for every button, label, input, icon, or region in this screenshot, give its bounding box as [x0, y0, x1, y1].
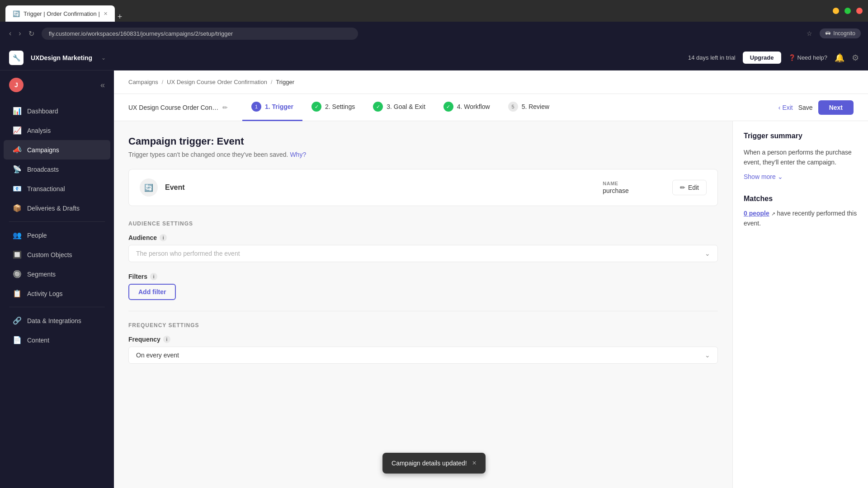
campaign-title-area: UX Design Course Order Confi... ✏	[128, 104, 228, 111]
minimize-button[interactable]: —	[833, 8, 839, 14]
sidebar-item-campaigns[interactable]: 📣 Campaigns	[4, 140, 110, 160]
step-nav-right: ‹ Exit Save Next	[778, 100, 854, 115]
sidebar-item-analysis[interactable]: 📈 Analysis	[4, 121, 110, 140]
workspace-caret-icon[interactable]: ⌄	[101, 55, 106, 61]
step-2-settings[interactable]: ✓ 2. Settings	[302, 94, 364, 121]
event-card: 🔄 Event NAME purchase ✏ Edit	[128, 169, 718, 206]
audience-select[interactable]: The person who performed the event ⌄	[128, 245, 718, 262]
matches-title: Matches	[744, 195, 857, 203]
settings-icon[interactable]: ⚙	[852, 53, 859, 63]
sidebar: J « 📊 Dashboard 📈 Analysis 📣 Campaigns 📡…	[0, 70, 114, 488]
bookmark-icon[interactable]: ☆	[807, 30, 812, 37]
sidebar-item-transactional[interactable]: 📧 Transactional	[4, 179, 110, 198]
breadcrumb-campaign-name[interactable]: UX Design Course Order Confirmation	[167, 79, 267, 85]
browser-tabs: 🔄 Trigger | Order Confirmation | ✕ +	[5, 0, 122, 22]
trigger-summary-text: When a person performs the purchase even…	[744, 147, 857, 168]
audience-field-label: Audience i	[128, 234, 718, 241]
sidebar-collapse-button[interactable]: «	[100, 80, 105, 90]
filters-field-label: Filters i	[128, 273, 718, 280]
event-name-label: NAME	[603, 181, 629, 186]
steps-area: 1 1. Trigger ✓ 2. Settings ✓ 3. Goal & E…	[242, 94, 778, 121]
sidebar-item-dashboard[interactable]: 📊 Dashboard	[4, 101, 110, 121]
sidebar-item-deliveries[interactable]: 📦 Deliveries & Drafts	[4, 198, 110, 218]
step-3-goal[interactable]: ✓ 3. Goal & Exit	[364, 94, 434, 121]
breadcrumb-bar: Campaigns / UX Design Course Order Confi…	[114, 70, 868, 94]
breadcrumb-sep-2: /	[271, 79, 272, 85]
notifications-icon[interactable]: 🔔	[835, 53, 844, 63]
tab-close-icon[interactable]: ✕	[104, 11, 108, 17]
save-button[interactable]: Save	[798, 104, 813, 111]
frequency-field-label: Frequency i	[128, 336, 718, 343]
frequency-section-label: FREQUENCY SETTINGS	[128, 322, 718, 328]
content-icon: 📄	[13, 336, 22, 344]
sidebar-item-content[interactable]: 📄 Content	[4, 330, 110, 350]
sidebar-item-people[interactable]: 👥 People	[4, 225, 110, 245]
transactional-icon: 📧	[13, 184, 22, 193]
sidebar-item-broadcasts[interactable]: 📡 Broadcasts	[4, 160, 110, 179]
filters-field-group: Filters i Add filter	[128, 273, 718, 300]
active-tab[interactable]: 🔄 Trigger | Order Confirmation | ✕	[5, 5, 115, 22]
broadcasts-icon: 📡	[13, 165, 22, 174]
show-more-button[interactable]: Show more ⌄	[744, 173, 783, 180]
forward-button[interactable]: ›	[17, 28, 23, 40]
exit-button[interactable]: ‹ Exit	[778, 104, 793, 111]
header-right: 14 days left in trial Upgrade ❓ Need hel…	[688, 52, 859, 64]
campaign-title: UX Design Course Order Confi...	[128, 104, 219, 111]
step-nav: UX Design Course Order Confi... ✏ 1 1. T…	[114, 94, 868, 121]
maximize-button[interactable]: ⬜	[844, 8, 851, 14]
frequency-select[interactable]: On every event ⌄	[128, 347, 718, 364]
step-4-workflow[interactable]: ✓ 4. Workflow	[434, 94, 499, 121]
trigger-summary-title: Trigger summary	[744, 132, 857, 140]
close-window-button[interactable]: ✕	[856, 8, 863, 14]
event-name-block: NAME purchase	[603, 181, 629, 194]
reload-button[interactable]: ↻	[27, 28, 36, 40]
step-3-label: 3. Goal & Exit	[387, 103, 425, 110]
sidebar-app-icon: J	[9, 78, 24, 92]
sidebar-item-segments[interactable]: 🔘 Segments	[4, 264, 110, 284]
chevron-down-icon: ⌄	[778, 173, 783, 180]
deliveries-icon: 📦	[13, 204, 22, 212]
browser-chrome: 🔄 Trigger | Order Confirmation | ✕ + — ⬜…	[0, 0, 868, 22]
filters-info-icon[interactable]: i	[150, 273, 157, 280]
toast-message: Campaign details updated!	[392, 460, 467, 467]
why-link[interactable]: Why?	[290, 151, 306, 158]
app-body: J « 📊 Dashboard 📈 Analysis 📣 Campaigns 📡…	[0, 70, 868, 488]
sidebar-logo-area: J «	[0, 78, 114, 101]
step-5-review[interactable]: 5 5. Review	[499, 94, 558, 121]
sidebar-item-custom-objects[interactable]: 🔲 Custom Objects	[4, 245, 110, 264]
pencil-icon: ✏	[680, 184, 685, 191]
need-help-button[interactable]: ❓ Need help?	[788, 54, 828, 61]
audience-section-label: AUDIENCE SETTINGS	[128, 221, 718, 227]
upgrade-button[interactable]: Upgrade	[743, 52, 781, 64]
event-edit-button[interactable]: ✏ Edit	[672, 180, 707, 195]
sidebar-item-data-integrations[interactable]: 🔗 Data & Integrations	[4, 311, 110, 330]
frequency-field-group: Frequency i On every event ⌄	[128, 336, 718, 364]
address-input[interactable]	[42, 28, 358, 40]
exit-arrow-icon: ‹	[778, 104, 781, 111]
main-content: Campaigns / UX Design Course Order Confi…	[114, 70, 868, 488]
people-count-link[interactable]: 0 people	[744, 210, 769, 217]
sidebar-item-activity-logs[interactable]: 📋 Activity Logs	[4, 284, 110, 303]
frequency-select-arrow-icon: ⌄	[705, 352, 710, 359]
step-1-label: 1. Trigger	[265, 103, 293, 110]
step-2-label: 2. Settings	[325, 103, 355, 110]
back-button[interactable]: ‹	[7, 28, 13, 40]
campaign-title-edit-icon[interactable]: ✏	[222, 104, 228, 111]
workspace-name: UXDesign Marketing	[31, 54, 92, 61]
step-5-label: 5. Review	[522, 103, 549, 110]
toast-close-button[interactable]: ×	[472, 459, 476, 467]
data-integrations-icon: 🔗	[13, 316, 22, 325]
frequency-info-icon[interactable]: i	[163, 336, 170, 343]
page-content: Campaign trigger: Event Trigger types ca…	[114, 121, 868, 488]
external-link-icon: ↗	[771, 211, 775, 216]
section-divider	[128, 311, 718, 311]
audience-info-icon[interactable]: i	[160, 234, 167, 241]
event-name-value: purchase	[603, 187, 629, 194]
next-button[interactable]: Next	[818, 100, 854, 115]
breadcrumb-campaigns[interactable]: Campaigns	[128, 79, 158, 85]
analysis-icon: 📈	[13, 126, 22, 135]
add-filter-button[interactable]: Add filter	[128, 284, 176, 300]
toast-container: Campaign details updated! ×	[382, 453, 486, 474]
new-tab-button[interactable]: +	[118, 12, 123, 22]
step-1-trigger[interactable]: 1 1. Trigger	[242, 94, 302, 121]
